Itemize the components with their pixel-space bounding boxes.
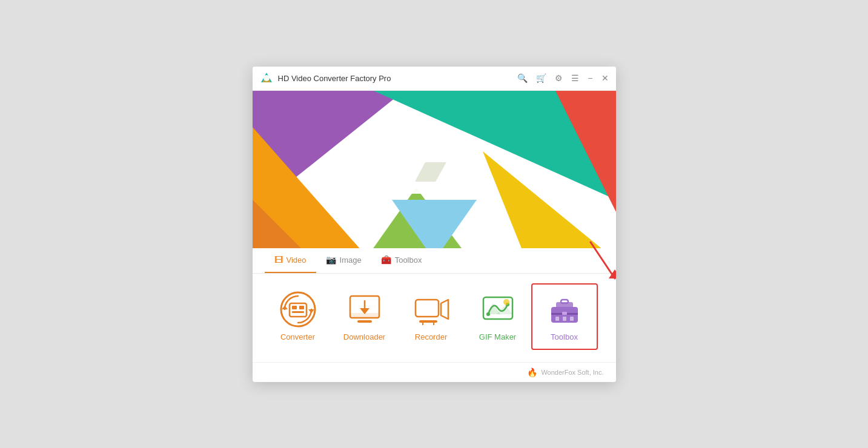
svg-rect-26 <box>357 320 372 323</box>
app-logo <box>260 71 273 85</box>
tool-gif-maker[interactable]: GIF Maker <box>465 283 531 350</box>
tool-downloader[interactable]: Downloader <box>331 283 398 350</box>
video-tab-icon: 🎞 <box>274 255 283 265</box>
svg-rect-16 <box>290 303 306 317</box>
svg-marker-28 <box>441 300 448 319</box>
titlebar: HD Video Converter Factory Pro 🔍 🛒 ⚙ ☰ −… <box>253 67 616 91</box>
gif-maker-label: GIF Maker <box>479 332 516 341</box>
footer: 🔥 WonderFox Soft, Inc. <box>253 362 616 382</box>
recorder-icon <box>413 291 449 328</box>
svg-rect-27 <box>416 300 439 317</box>
close-button[interactable]: ✕ <box>601 73 609 83</box>
brand-label: WonderFox Soft, Inc. <box>541 369 603 376</box>
svg-rect-42 <box>562 312 567 315</box>
footer-flame-icon: 🔥 <box>527 367 537 377</box>
tab-image-label: Image <box>340 255 362 265</box>
svg-point-2 <box>263 75 270 81</box>
downloader-icon <box>346 291 383 328</box>
downloader-label: Downloader <box>343 332 385 341</box>
hero-graphic <box>253 91 616 248</box>
window-title: HD Video Converter Factory Pro <box>278 74 518 83</box>
app-window: HD Video Converter Factory Pro 🔍 🛒 ⚙ ☰ −… <box>253 67 616 382</box>
titlebar-actions: 🔍 🛒 ⚙ ☰ <box>517 73 579 83</box>
svg-rect-43 <box>555 317 559 321</box>
window-controls: − ✕ <box>588 73 608 83</box>
tab-toolbox-label: Toolbox <box>395 255 422 265</box>
svg-rect-40 <box>561 300 568 303</box>
svg-rect-17 <box>292 306 297 309</box>
svg-rect-18 <box>299 306 304 309</box>
svg-rect-19 <box>292 311 304 313</box>
toolbox-icon <box>546 291 583 328</box>
image-tab-icon: 📷 <box>326 255 336 265</box>
settings-icon[interactable]: ⚙ <box>555 73 563 83</box>
tab-video-label: Video <box>287 255 306 265</box>
tools-grid: Converter Downloader Recorder <box>253 274 616 362</box>
minimize-button[interactable]: − <box>588 73 592 83</box>
cart-icon[interactable]: 🛒 <box>536 73 546 83</box>
menu-icon[interactable]: ☰ <box>571 73 579 83</box>
svg-marker-20 <box>282 306 288 309</box>
hero-area <box>253 91 616 248</box>
gif-maker-icon <box>480 291 516 328</box>
tab-image[interactable]: 📷 Image <box>316 248 371 273</box>
svg-marker-21 <box>308 309 314 313</box>
recorder-label: Recorder <box>415 332 447 341</box>
tool-toolbox[interactable]: Toolbox <box>531 283 598 350</box>
main-tabs: 🎞 Video 📷 Image 🧰 Toolbox <box>253 248 616 274</box>
tab-toolbox[interactable]: 🧰 Toolbox <box>371 248 432 273</box>
svg-rect-45 <box>570 317 574 321</box>
tab-video[interactable]: 🎞 Video <box>265 248 316 273</box>
svg-rect-29 <box>419 320 437 323</box>
svg-point-37 <box>503 299 509 305</box>
search-icon[interactable]: 🔍 <box>517 73 528 83</box>
tool-converter[interactable]: Converter <box>265 283 331 350</box>
tool-recorder[interactable]: Recorder <box>398 283 465 350</box>
converter-icon <box>280 291 316 328</box>
converter-label: Converter <box>280 332 315 341</box>
toolbox-label: Toolbox <box>551 332 578 341</box>
toolbox-tab-icon: 🧰 <box>381 255 391 265</box>
svg-rect-44 <box>563 317 566 321</box>
